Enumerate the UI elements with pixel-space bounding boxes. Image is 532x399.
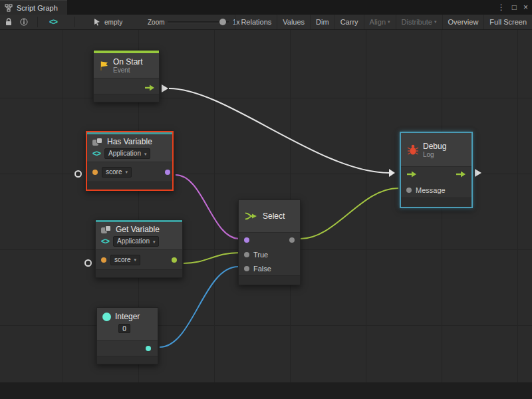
variables-icon <box>101 225 112 234</box>
chevron-down-icon: ▾ <box>434 19 437 25</box>
zoom-label: Zoom <box>148 15 165 29</box>
bug-icon <box>407 144 419 156</box>
dim-button[interactable]: Dim <box>310 15 334 29</box>
overview-button[interactable]: Overview <box>442 15 484 29</box>
node-on-start[interactable]: On Start Event <box>93 50 160 102</box>
lock-icon[interactable] <box>5 15 12 29</box>
toolbar-separator <box>74 17 75 27</box>
variable-name-dropdown[interactable]: score ▾ <box>102 167 132 178</box>
wire-hasvariable-to-select[interactable] <box>176 175 239 239</box>
carry-button[interactable]: Carry <box>334 15 364 29</box>
carry-triangle[interactable] <box>162 84 168 92</box>
variables-icon <box>92 138 103 146</box>
distribute-button: Distribute ▾ <box>396 15 442 29</box>
node-footer <box>239 275 300 285</box>
selection-status: empty <box>93 15 122 29</box>
flow-input-port[interactable] <box>406 169 417 181</box>
chevron-down-icon: ▾ <box>134 257 136 262</box>
titlebar: Script Graph ⋮ □ × <box>0 0 532 15</box>
canvas-bottom-band <box>0 382 532 399</box>
true-input-port[interactable] <box>244 252 249 257</box>
node-footer <box>401 198 471 207</box>
relations-button[interactable]: Relations <box>235 15 277 29</box>
selection-output-port[interactable] <box>289 237 295 243</box>
tab-label: Script Graph <box>17 4 58 12</box>
chevron-down-icon: ▾ <box>153 239 156 244</box>
wire-onstart-to-debuglog[interactable] <box>169 88 390 173</box>
info-icon[interactable] <box>20 15 28 29</box>
wire-getvariable-to-select-true[interactable] <box>184 253 239 263</box>
false-input-port[interactable] <box>244 266 249 271</box>
integer-title: Integer <box>115 312 140 321</box>
bool-output-port[interactable] <box>165 170 170 175</box>
flow-output-port[interactable] <box>456 169 466 181</box>
align-button: Align ▾ <box>364 15 396 29</box>
script-graph-window: Script Graph ⋮ □ × <> <box>0 0 532 399</box>
zoom-slider-track[interactable] <box>168 21 229 23</box>
graph-icon <box>5 4 13 12</box>
node-footer <box>87 182 172 190</box>
node-footer <box>97 356 158 364</box>
wire-integer-to-select-false[interactable] <box>160 267 238 347</box>
empty-label: empty <box>104 19 122 26</box>
node-get-variable[interactable]: Get Variable <> Application ▾ score ▾ <box>95 219 183 278</box>
scope-dropdown[interactable]: Application ▾ <box>104 148 150 159</box>
chevron-down-icon: ▾ <box>144 152 147 156</box>
debug-title: Debug <box>423 142 446 151</box>
toolbar-separator <box>37 17 38 27</box>
code-icon[interactable]: <> <box>49 15 57 29</box>
values-button[interactable]: Values <box>277 15 310 29</box>
node-has-variable[interactable]: Has Variable <> Application ▾ score ▾ <box>86 131 174 191</box>
graph-toolbar: <> empty Zoom 1x Relations Values Dim Ca… <box>0 15 532 30</box>
zoom-slider-handle[interactable] <box>219 19 226 25</box>
graph-input-ring[interactable] <box>84 259 92 267</box>
message-input-port[interactable] <box>406 188 412 193</box>
tab-script-graph[interactable]: Script Graph <box>0 0 67 15</box>
zoom-slider[interactable] <box>168 15 229 29</box>
get-variable-title: Get Variable <box>116 225 160 234</box>
maximize-icon[interactable]: □ <box>512 3 517 12</box>
node-footer <box>94 94 159 102</box>
cursor-icon <box>93 18 101 26</box>
wire-select-to-debuglog-message[interactable] <box>301 188 398 239</box>
node-select[interactable]: Select True False <box>238 200 301 285</box>
variable-name-dropdown[interactable]: score ▾ <box>110 255 140 265</box>
message-port-label: Message <box>416 186 446 194</box>
graph-canvas[interactable]: On Start Event Has Variable <box>0 30 532 399</box>
select-icon <box>244 211 259 221</box>
scope-icon: <> <box>92 149 100 158</box>
scope-dropdown[interactable]: Application ▾ <box>113 236 159 247</box>
scope-icon: <> <box>101 237 109 246</box>
flow-output-port[interactable] <box>144 82 155 94</box>
has-variable-title: Has Variable <box>107 137 152 146</box>
integer-icon <box>102 313 111 321</box>
string-input-port[interactable] <box>101 257 106 263</box>
true-port-label: True <box>253 251 268 259</box>
on-start-title: On Start <box>113 57 143 66</box>
integer-value-input[interactable]: 0 <box>118 324 130 333</box>
on-start-subtitle: Event <box>113 66 143 74</box>
integer-output-port[interactable] <box>146 346 151 351</box>
false-port-label: False <box>253 265 271 273</box>
close-icon[interactable]: × <box>523 3 528 12</box>
graph-input-ring[interactable] <box>74 170 82 178</box>
node-integer[interactable]: Integer 0 <box>96 307 158 364</box>
toolbar-buttons: Relations Values Dim Carry Align ▾ Distr… <box>235 15 532 29</box>
chevron-down-icon: ▾ <box>125 170 128 174</box>
string-input-port[interactable] <box>92 170 98 175</box>
debug-subtitle: Log <box>423 151 446 158</box>
condition-input-port[interactable] <box>244 237 249 243</box>
node-footer <box>96 269 182 277</box>
window-controls: ⋮ □ × <box>497 0 528 15</box>
wire-arrowhead <box>389 169 395 177</box>
value-output-port[interactable] <box>172 257 177 263</box>
select-title: Select <box>263 211 285 221</box>
full-screen-button[interactable]: Full Screen <box>483 15 532 29</box>
menu-icon[interactable]: ⋮ <box>497 3 505 12</box>
chevron-down-icon: ▾ <box>388 19 390 25</box>
node-debug-log[interactable]: Debug Log <box>400 132 473 208</box>
carry-triangle[interactable] <box>475 169 481 177</box>
flag-icon <box>99 61 109 71</box>
